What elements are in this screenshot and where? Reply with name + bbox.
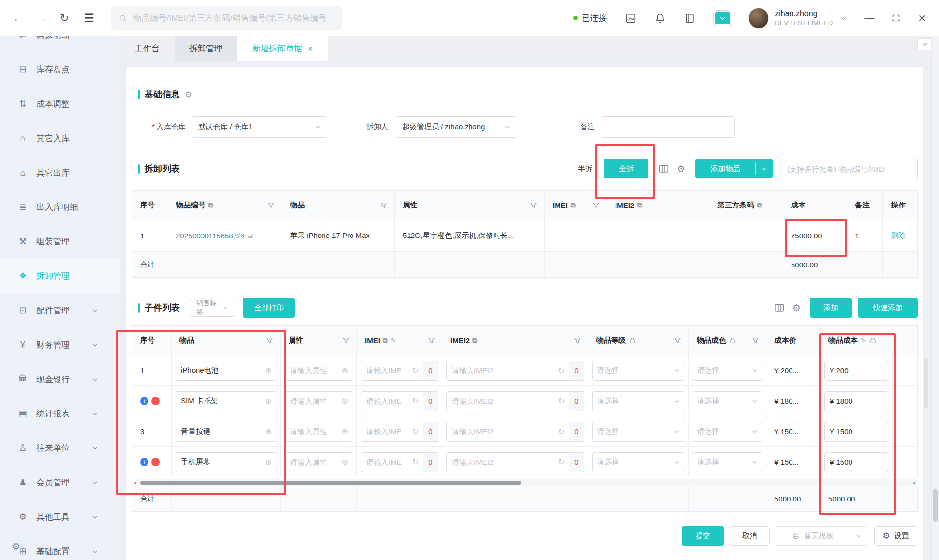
section-gear-icon[interactable]: ⚙ xyxy=(185,90,192,99)
sidebar-item-other-tools[interactable]: ⚙其他工具 xyxy=(0,500,120,534)
settings-gear-icon[interactable]: ⚙ xyxy=(12,541,20,552)
refresh-icon[interactable]: ↻ xyxy=(558,396,565,406)
part-name-input[interactable] xyxy=(180,396,264,406)
filter-icon[interactable] xyxy=(266,337,273,344)
print-template-button[interactable]: 暂无模板 xyxy=(776,526,868,546)
sidebar-item-other-inbound[interactable]: ⌂其它入库 xyxy=(0,121,120,155)
quick-toggle-button[interactable] xyxy=(714,11,732,26)
plus-circle-icon[interactable]: ⊕ xyxy=(265,366,272,375)
horizontal-scrollbar[interactable]: ◂ ▸ xyxy=(132,479,918,486)
column-settings-icon[interactable] xyxy=(658,163,669,174)
refresh-icon[interactable]: ↻ xyxy=(412,427,419,436)
filter-icon[interactable] xyxy=(674,337,681,344)
tab-new-disassembly[interactable]: 新增拆卸单据✕ xyxy=(237,36,328,61)
refresh-icon[interactable]: ↻ xyxy=(60,12,69,25)
copy-icon[interactable]: ⧉ xyxy=(383,336,388,345)
add-row-icon[interactable]: + xyxy=(140,397,148,405)
part-name-input[interactable] xyxy=(180,457,264,467)
scroll-left-arrow[interactable]: ◂ xyxy=(134,480,136,485)
refresh-icon[interactable]: ↻ xyxy=(412,366,419,375)
refresh-icon[interactable]: ↻ xyxy=(412,396,419,406)
settings-button[interactable]: ⚙ 设置 xyxy=(874,526,917,546)
screenshot-icon[interactable] xyxy=(625,13,636,24)
menu-icon[interactable]: ☰ xyxy=(84,11,94,25)
nav-back-icon[interactable]: ← xyxy=(13,12,24,25)
imei2-input[interactable] xyxy=(451,366,557,375)
sidebar-item-assembly[interactable]: ⚒组装管理 xyxy=(0,224,120,259)
attr-input[interactable] xyxy=(289,427,340,436)
sidebar-item-reports[interactable]: ▤统计报表 xyxy=(0,396,120,431)
vertical-scrollbar-track[interactable] xyxy=(931,36,939,560)
gear-icon[interactable]: ⚙ xyxy=(792,302,801,314)
imei2-input[interactable] xyxy=(451,427,557,436)
part-cost-input[interactable] xyxy=(829,396,884,406)
condition-select[interactable]: 请选择 xyxy=(693,361,762,381)
sidebar-item-finance[interactable]: ¥财务管理 xyxy=(0,327,120,362)
condition-select[interactable]: 请选择 xyxy=(693,391,762,411)
sidebar-item-disassembly[interactable]: ❖拆卸管理 xyxy=(0,259,120,293)
grade-select[interactable]: 请选择 xyxy=(592,452,684,472)
full-dismantle-button[interactable]: 全拆 xyxy=(604,159,648,178)
imei2-input[interactable] xyxy=(451,457,557,467)
copy-icon[interactable]: ⧉ xyxy=(757,201,762,209)
scan-code-input[interactable] xyxy=(781,158,918,179)
copy-icon[interactable]: ⧉ xyxy=(571,201,576,209)
gear-icon[interactable]: ⚙ xyxy=(677,163,685,175)
scrollbar-thumb[interactable] xyxy=(140,481,521,485)
filter-icon[interactable] xyxy=(592,202,600,209)
search-input[interactable] xyxy=(132,13,334,24)
edit-pencil-icon[interactable]: ✎ xyxy=(861,337,866,344)
avatar[interactable] xyxy=(748,8,769,29)
filter-icon[interactable] xyxy=(574,337,581,344)
plus-circle-icon[interactable]: ⊕ xyxy=(265,457,272,467)
copy-icon[interactable]: ⧉ xyxy=(472,336,477,345)
sidebar-item-transfer-detail[interactable]: ⇄调拨明细 xyxy=(0,36,120,52)
copy-icon[interactable]: ⧉ xyxy=(248,232,253,240)
filter-icon[interactable] xyxy=(342,337,350,344)
condition-select[interactable]: 请选择 xyxy=(693,452,762,472)
sidebar-item-contacts[interactable]: ♙往来单位 xyxy=(0,431,120,465)
sales-tag-select[interactable]: 销售标签 xyxy=(190,299,235,317)
user-chevron-icon[interactable] xyxy=(840,15,847,22)
imei-input[interactable] xyxy=(365,366,411,375)
remark-input[interactable] xyxy=(601,116,735,138)
add-button[interactable]: 添加 xyxy=(810,298,852,318)
imei-input[interactable] xyxy=(365,396,411,406)
attr-input[interactable] xyxy=(289,457,340,467)
imei-input[interactable] xyxy=(365,427,411,436)
filter-icon[interactable] xyxy=(752,337,759,344)
dismantler-select[interactable]: 超级管理员 / zihao.zhong xyxy=(396,116,517,138)
warehouse-select[interactable]: 默认仓库 / 仓库1 xyxy=(192,116,327,138)
sidebar-item-parts[interactable]: ⊡配件管理 xyxy=(0,293,120,327)
vertical-scrollbar-thumb[interactable] xyxy=(933,489,938,522)
imei2-input[interactable] xyxy=(451,396,557,406)
filter-icon[interactable] xyxy=(380,202,387,209)
part-cost-input[interactable] xyxy=(829,366,884,375)
plus-circle-icon[interactable]: ⊕ xyxy=(342,457,348,467)
add-item-button[interactable]: 添加物品 xyxy=(695,159,773,178)
refresh-icon[interactable]: ↻ xyxy=(558,457,565,467)
scroll-right-arrow[interactable]: ▸ xyxy=(913,480,916,485)
plus-circle-icon[interactable]: ⊕ xyxy=(342,366,348,375)
maximize-button[interactable] xyxy=(892,14,900,22)
add-item-chevron[interactable] xyxy=(756,159,772,178)
edit-pencil-icon[interactable]: ✎ xyxy=(391,337,396,344)
close-tab-icon[interactable]: ✕ xyxy=(307,45,313,53)
remove-row-icon[interactable]: − xyxy=(151,458,160,466)
remove-row-icon[interactable]: − xyxy=(151,397,160,405)
column-settings-icon[interactable] xyxy=(774,302,785,313)
plus-circle-icon[interactable]: ⊕ xyxy=(265,427,272,436)
submit-button[interactable]: 提交 xyxy=(682,526,724,546)
part-cost-input[interactable] xyxy=(829,427,884,436)
sidebar-item-members[interactable]: ♟会员管理 xyxy=(0,465,120,500)
refresh-icon[interactable]: ↻ xyxy=(558,427,565,436)
item-code-link[interactable]: 20250930115658724 xyxy=(176,232,245,240)
notebook-icon[interactable] xyxy=(684,13,695,24)
template-chevron[interactable] xyxy=(850,533,868,539)
plus-circle-icon[interactable]: ⊕ xyxy=(342,427,348,436)
grade-select[interactable]: 请选择 xyxy=(592,422,684,442)
part-name-input[interactable] xyxy=(180,427,264,436)
grade-select[interactable]: 请选择 xyxy=(592,391,684,411)
refresh-icon[interactable]: ↻ xyxy=(558,366,565,375)
part-name-input[interactable] xyxy=(180,366,264,375)
